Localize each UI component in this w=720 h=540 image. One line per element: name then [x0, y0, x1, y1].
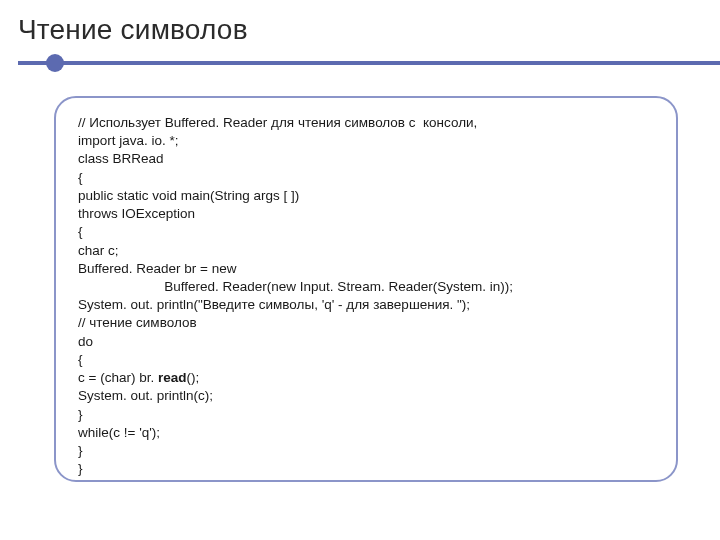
code-line: ();	[186, 370, 199, 385]
code-block: // Использует Buffered. Reader для чтени…	[78, 114, 654, 478]
code-line: // Использует Buffered. Reader для чтени…	[78, 115, 477, 130]
code-line: while(c != 'q');	[78, 425, 160, 440]
slide: Чтение символов // Использует Buffered. …	[0, 0, 720, 540]
code-line: do	[78, 334, 93, 349]
code-line: c = (char) br.	[78, 370, 158, 385]
code-line: System. out. println(c);	[78, 388, 213, 403]
title-area: Чтение символов	[0, 0, 720, 68]
code-container: // Использует Buffered. Reader для чтени…	[54, 96, 678, 482]
code-line: throws IOException	[78, 206, 195, 221]
code-line: }	[78, 407, 83, 422]
title-rule	[18, 56, 720, 68]
code-line: char c;	[78, 243, 119, 258]
code-line: {	[78, 170, 83, 185]
code-line: import java. io. *;	[78, 133, 179, 148]
code-line: }	[78, 461, 83, 476]
code-line: System. out. println("Введите символы, '…	[78, 297, 470, 312]
code-line: Buffered. Reader(new Input. Stream. Read…	[78, 279, 513, 294]
code-line: class BRRead	[78, 151, 164, 166]
code-line: {	[78, 352, 83, 367]
code-line: // чтение символов	[78, 315, 197, 330]
code-line: public static void main(String args [ ])	[78, 188, 299, 203]
code-line: Buffered. Reader br = new	[78, 261, 236, 276]
code-line: {	[78, 224, 83, 239]
slide-title: Чтение символов	[18, 14, 720, 46]
code-line: }	[78, 443, 83, 458]
rule-line	[18, 61, 720, 65]
rule-dot	[46, 54, 64, 72]
code-bold: read	[158, 370, 187, 385]
